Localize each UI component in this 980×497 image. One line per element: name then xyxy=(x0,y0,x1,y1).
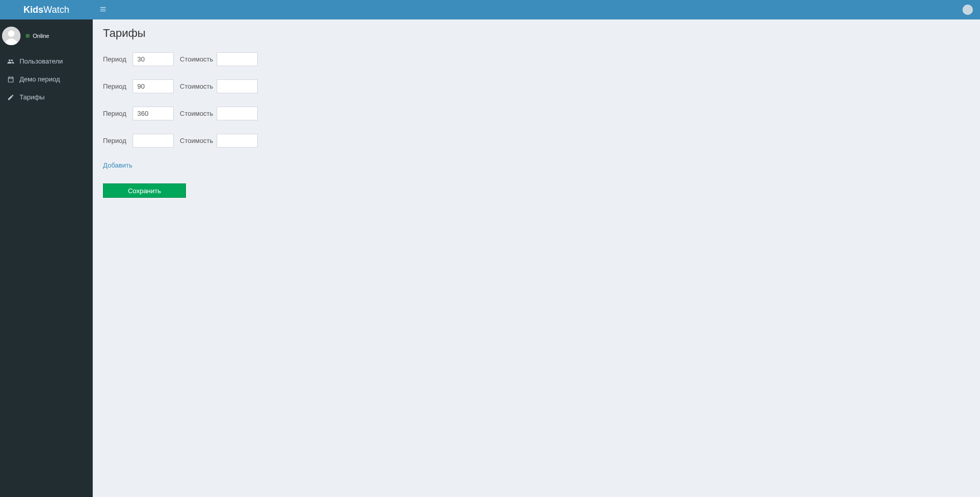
period-input[interactable] xyxy=(133,52,174,66)
sidebar-item-label: Демо период xyxy=(19,75,60,83)
tariff-row: ПериодСтоимость xyxy=(103,79,970,93)
topbar: KidsWatch xyxy=(0,0,980,19)
cost-label: Стоимость xyxy=(180,137,212,144)
user-status: Online xyxy=(26,33,49,39)
cost-input[interactable] xyxy=(217,134,258,148)
user-status-label: Online xyxy=(33,33,49,39)
period-input[interactable] xyxy=(133,134,174,148)
edit-icon xyxy=(6,94,15,101)
cost-label: Стоимость xyxy=(180,82,212,90)
period-input[interactable] xyxy=(133,79,174,93)
user-panel: Online xyxy=(0,24,93,52)
user-menu-avatar[interactable] xyxy=(963,5,973,15)
brand-bold: Kids xyxy=(24,5,44,15)
period-label: Период xyxy=(103,137,128,144)
cost-input[interactable] xyxy=(217,107,258,120)
sidebar: Online Пользователи Демо период xyxy=(0,19,93,497)
cost-label: Стоимость xyxy=(180,110,212,117)
cost-input[interactable] xyxy=(217,79,258,93)
sidebar-item-tariffs[interactable]: Тарифы xyxy=(0,88,93,106)
save-button[interactable]: Сохранить xyxy=(103,183,186,198)
menu-toggle-button[interactable] xyxy=(93,0,113,19)
brand-logo[interactable]: KidsWatch xyxy=(0,0,93,19)
brand-rest: Watch xyxy=(44,5,69,15)
period-input[interactable] xyxy=(133,107,174,120)
sidebar-avatar xyxy=(2,27,20,45)
svg-point-1 xyxy=(8,30,15,37)
users-icon xyxy=(6,58,15,65)
period-label: Период xyxy=(103,82,128,90)
period-label: Период xyxy=(103,55,128,63)
add-tariff-link[interactable]: Добавить xyxy=(103,161,132,169)
hamburger-icon xyxy=(99,6,107,14)
period-label: Период xyxy=(103,110,128,117)
main-content: Тарифы ПериодСтоимостьПериодСтоимостьПер… xyxy=(93,19,980,497)
status-dot-icon xyxy=(26,34,30,38)
sidebar-item-label: Пользователи xyxy=(19,57,63,65)
tariff-row: ПериодСтоимость xyxy=(103,134,970,148)
cost-input[interactable] xyxy=(217,52,258,66)
sidebar-menu: Пользователи Демо период Тарифы xyxy=(0,52,93,106)
cost-label: Стоимость xyxy=(180,55,212,63)
tariff-row: ПериодСтоимость xyxy=(103,107,970,120)
page-title: Тарифы xyxy=(103,27,970,40)
sidebar-item-label: Тарифы xyxy=(19,93,45,101)
tariff-row: ПериодСтоимость xyxy=(103,52,970,66)
calendar-icon xyxy=(6,76,15,83)
sidebar-item-users[interactable]: Пользователи xyxy=(0,52,93,70)
sidebar-item-demo-period[interactable]: Демо период xyxy=(0,70,93,88)
